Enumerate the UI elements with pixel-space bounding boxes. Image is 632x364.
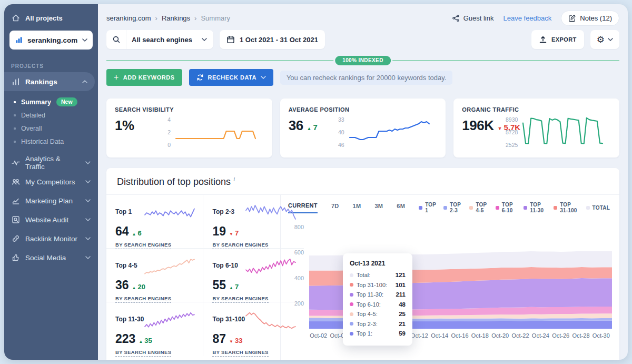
analytics-traffic-label: Analytics & Traffic	[25, 155, 80, 171]
gear-icon: ⚙	[597, 35, 605, 44]
series-dot-icon	[350, 332, 353, 336]
guest-link-button[interactable]: Guest link	[452, 14, 494, 22]
sidebar-item-rankings[interactable]: Rankings	[4, 72, 95, 91]
stat-card-title: ORGANIC TRAFFIC	[462, 106, 611, 113]
export-button[interactable]: EXPORT	[531, 30, 584, 49]
mini-card-value: 87	[212, 332, 226, 346]
marketing-plan-label: Marketing Plan	[25, 197, 73, 205]
notes-button[interactable]: Notes (12)	[561, 11, 619, 26]
stat-card-delta: ▲7	[307, 123, 318, 132]
mini-card-value: 55	[212, 278, 226, 292]
top1-sparkline	[144, 202, 195, 224]
tooltip-title: Oct-13 2021	[350, 260, 406, 267]
refresh-icon	[196, 74, 204, 81]
pencil-icon	[568, 14, 576, 22]
legend-top31-100[interactable]: TOP 31-100	[554, 202, 578, 213]
settings-button[interactable]: ⚙	[590, 30, 619, 49]
mini-card-delta: ▼33	[229, 337, 242, 345]
y-tick-label: 800	[294, 224, 304, 230]
tab-7d[interactable]: 7D	[331, 203, 339, 213]
legend-top4-5[interactable]: TOP 4-5	[469, 202, 488, 213]
new-badge: New	[56, 97, 77, 106]
sidebar-item-historical-data[interactable]: Historical Data	[4, 135, 98, 148]
bar-chart-icon	[15, 36, 23, 44]
sidebar-item-overall[interactable]: Overall	[4, 122, 98, 135]
my-competitors-label: My Competitors	[25, 178, 75, 186]
recheck-hint-text: You can recheck rankings for 20000 keywo…	[280, 71, 453, 85]
series-dot-icon	[350, 293, 353, 297]
delta-arrow-icon: ▼	[229, 339, 233, 344]
stat-card-title: AVERAGE POSITION	[289, 106, 438, 113]
breadcrumb-project[interactable]: seranking.com	[106, 14, 151, 22]
chevron-down-icon	[85, 161, 91, 164]
sidebar-item-social-media[interactable]: Social Media	[4, 248, 98, 267]
legend-swatch	[586, 206, 590, 210]
project-name: seranking.com	[27, 36, 77, 44]
mini-card-delta: ▲7	[229, 283, 239, 291]
add-keywords-label: ADD KEYWORDS	[123, 74, 175, 81]
historical-data-label: Historical Data	[21, 138, 64, 145]
by-search-engines-link[interactable]: BY SEARCH ENGINES	[212, 242, 268, 249]
notes-label: Notes (12)	[580, 14, 612, 22]
sidebar-item-my-competitors[interactable]: My Competitors	[4, 172, 98, 191]
organic-traffic-sparkline	[522, 115, 612, 147]
sidebar-item-analytics-traffic[interactable]: Analytics & Traffic	[4, 153, 98, 172]
legend-total[interactable]: TOTAL	[586, 205, 610, 211]
tooltip-row-top6-10: Top 6-10:48	[350, 301, 406, 308]
breadcrumb-rankings[interactable]: Rankings	[162, 14, 190, 22]
website-audit-label: Website Audit	[25, 216, 68, 224]
mini-card-label: Top 4-5	[115, 262, 137, 269]
chevron-down-icon	[85, 180, 91, 183]
legend-top1[interactable]: TOP 1	[419, 202, 436, 213]
delta-arrow-icon: ▲	[132, 232, 136, 237]
stacked-area-plot: 200400600800 Oct-02Oct-04Oct-06Oct-08Oct…	[288, 221, 610, 360]
delta-arrow-icon: ▲	[139, 339, 143, 344]
leave-feedback-link[interactable]: Leave feedback	[503, 14, 552, 22]
top-bar: seranking.com › Rankings › Summary Guest…	[106, 11, 619, 25]
delta-arrow-icon: ▲	[307, 126, 312, 131]
delta-arrow-icon: ▲	[229, 286, 233, 290]
x-tick-label: Oct-02	[310, 332, 327, 339]
sidebar-item-summary[interactable]: Summary New	[4, 95, 98, 109]
sparkline-path	[145, 313, 194, 327]
sidebar-item-website-audit[interactable]: Website Audit	[4, 210, 98, 229]
audit-icon	[12, 215, 20, 224]
tab-3m[interactable]: 3M	[374, 203, 383, 213]
sidebar-item-marketing-plan[interactable]: Marketing Plan	[4, 191, 98, 210]
y-axis: 200400600800	[288, 221, 304, 329]
mini-card-label: Top 11-30	[115, 316, 144, 323]
all-projects-link[interactable]: All projects	[4, 9, 98, 26]
by-search-engines-link[interactable]: BY SEARCH ENGINES	[115, 242, 171, 249]
add-keywords-button[interactable]: + ADD KEYWORDS	[106, 69, 182, 86]
tab-1m[interactable]: 1M	[353, 203, 361, 213]
search-visibility-card: SEARCH VISIBILITY 1% 420	[106, 99, 272, 158]
legend-top6-10[interactable]: TOP 6-10	[496, 202, 516, 213]
project-selector[interactable]: seranking.com	[9, 31, 93, 50]
by-search-engines-link[interactable]: BY SEARCH ENGINES	[115, 296, 171, 303]
calendar-icon	[226, 35, 235, 44]
tooltip-row-top11-30: Top 11-30:211	[350, 291, 406, 298]
sidebar-item-backlink-monitor[interactable]: Backlink Monitor	[4, 229, 98, 248]
tooltip-row-top31-100: Top 31-100:101	[350, 282, 406, 288]
top11-30-cell: Top 11-30 223▲35 BY SEARCH ENGINES	[106, 302, 203, 356]
x-tick-label: Oct-28	[572, 332, 590, 339]
mini-card-value: 223	[115, 332, 135, 346]
search-engines-select[interactable]: All search engines	[106, 30, 213, 49]
mini-card-label: Top 31-100	[212, 316, 245, 323]
y-tick-label: 400	[294, 275, 304, 281]
by-search-engines-link[interactable]: BY SEARCH ENGINES	[115, 349, 171, 357]
legend-top11-30[interactable]: TOP 11-30	[524, 202, 546, 213]
date-range-picker[interactable]: 1 Oct 2021 - 31 Oct 2021	[220, 30, 325, 49]
by-search-engines-link[interactable]: BY SEARCH ENGINES	[212, 349, 268, 357]
legend-swatch	[554, 206, 557, 210]
tab-6m[interactable]: 6M	[397, 203, 405, 213]
series-dot-icon	[350, 302, 353, 306]
recheck-data-button[interactable]: RECHECK DATA	[189, 69, 273, 86]
series-dot-icon	[350, 322, 353, 326]
users-icon	[12, 178, 20, 186]
sidebar-item-detailed[interactable]: Detailed	[4, 109, 98, 122]
by-search-engines-link[interactable]: BY SEARCH ENGINES	[212, 296, 268, 303]
overall-label: Overall	[21, 125, 42, 132]
legend-top2-3[interactable]: TOP 2-3	[443, 202, 462, 213]
info-icon[interactable]: i	[233, 175, 235, 182]
